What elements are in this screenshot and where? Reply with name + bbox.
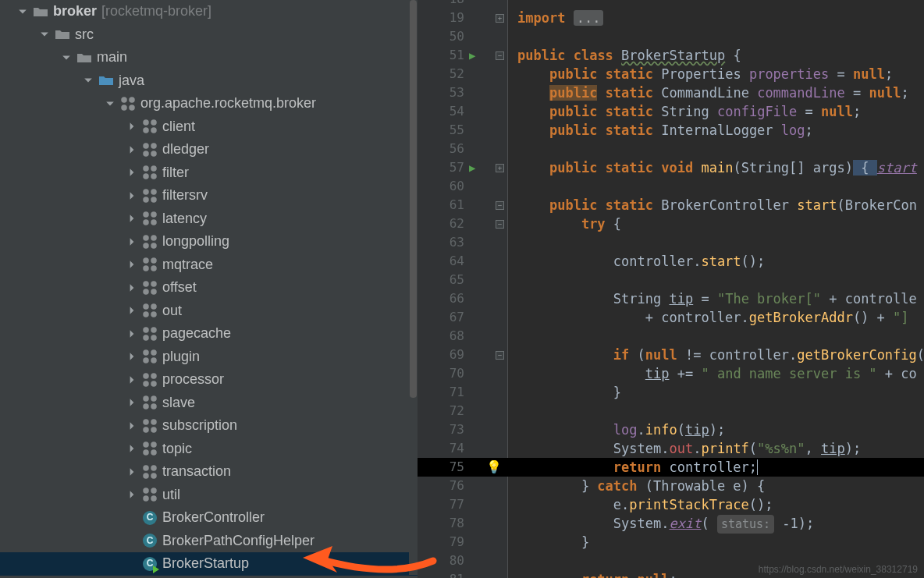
chevron-down-icon[interactable] [39, 29, 50, 40]
code-text[interactable]: + controller.getBrokerAddr() + "] [517, 308, 909, 327]
code-line-78[interactable]: 78 System.exit( status: -1); [418, 514, 924, 533]
chevron-right-icon[interactable] [126, 374, 137, 385]
code-line-51[interactable]: 51▶−public class BrokerStartup { [418, 46, 924, 65]
tree-src-node[interactable]: src [0, 23, 418, 47]
chevron-right-icon[interactable] [126, 351, 137, 362]
code-text[interactable]: } [517, 533, 589, 551]
code-line-60[interactable]: 60 [418, 177, 924, 196]
code-line-54[interactable]: 54 public static String configFile = nul… [418, 102, 924, 121]
run-gutter-icon[interactable]: ▶ [469, 46, 475, 65]
tree-folder-subscription[interactable]: subscription [0, 414, 418, 438]
tree-main-node[interactable]: main [0, 46, 418, 69]
code-line-64[interactable]: 64 controller.start(); [418, 252, 924, 271]
tree-class-BrokerStartup[interactable]: CBrokerStartup [0, 552, 418, 576]
tree-scrollbar[interactable] [409, 0, 418, 575]
code-text[interactable]: log.info(tip); [517, 420, 725, 439]
code-line-65[interactable]: 65 [418, 271, 924, 289]
tree-folder-client[interactable]: client [0, 115, 418, 139]
code-line-57[interactable]: 57▶+ public static void main(String[] ar… [418, 158, 924, 177]
fold-toggle-icon[interactable]: − [496, 201, 504, 210]
code-line-75[interactable]: 75💡 return controller; [418, 458, 924, 477]
code-line-66[interactable]: 66 String tip = "The broker[" + controll… [418, 289, 924, 308]
chevron-right-icon[interactable] [126, 144, 137, 155]
code-text[interactable]: tip += " and name server is " + co [517, 364, 917, 383]
run-gutter-icon[interactable]: ▶ [469, 158, 475, 177]
intention-bulb-icon[interactable]: 💡 [486, 458, 502, 477]
chevron-down-icon[interactable] [105, 98, 116, 109]
tree-folder-slave[interactable]: slave [0, 392, 418, 415]
tree-module-node[interactable]: broker [rocketmq-broker] [0, 0, 418, 23]
code-line-68[interactable]: 68 [418, 327, 924, 346]
code-text[interactable]: public static String configFile = null; [517, 102, 861, 121]
code-text[interactable]: if (null != controller.getBrokerConfig( [517, 346, 924, 364]
code-line-73[interactable]: 73 log.info(tip); [418, 420, 924, 439]
chevron-right-icon[interactable] [126, 190, 137, 201]
chevron-right-icon[interactable] [126, 236, 137, 247]
tree-folder-plugin[interactable]: plugin [0, 346, 418, 369]
code-line-63[interactable]: 63 [418, 233, 924, 252]
chevron-right-icon[interactable] [126, 213, 137, 224]
code-text[interactable]: public class BrokerStartup { [517, 46, 741, 65]
tree-folder-dledger[interactable]: dledger [0, 138, 418, 161]
tree-package-node[interactable]: org.apache.rocketmq.broker [0, 92, 418, 115]
tree-class-BrokerPathConfigHelper[interactable]: CBrokerPathConfigHelper [0, 530, 418, 553]
tree-class-BrokerController[interactable]: CBrokerController [0, 506, 418, 530]
code-line-74[interactable]: 74 System.out.printf("%s%n", tip); [418, 439, 924, 458]
code-line-79[interactable]: 79 } [418, 533, 924, 551]
code-line-19[interactable]: 19+import ... [418, 9, 924, 27]
code-line-67[interactable]: 67 + controller.getBrokerAddr() + "] [418, 308, 924, 327]
chevron-right-icon[interactable] [126, 489, 137, 500]
fold-toggle-icon[interactable]: + [496, 164, 504, 172]
code-text[interactable]: public static InternalLogger log; [517, 121, 813, 140]
code-text[interactable]: return null; [517, 570, 677, 578]
chevron-right-icon[interactable] [126, 121, 137, 132]
code-line-76[interactable]: 76 } catch (Throwable e) { [418, 477, 924, 495]
tree-folder-transaction[interactable]: transaction [0, 460, 418, 484]
tree-resources-node[interactable]: resources [0, 576, 418, 579]
code-text[interactable]: } catch (Throwable e) { [517, 477, 765, 495]
code-line-62[interactable]: 62− try { [418, 215, 924, 233]
code-line-53[interactable]: 53 public static CommandLine commandLine… [418, 83, 924, 102]
chevron-right-icon[interactable] [126, 466, 137, 477]
tree-folder-out[interactable]: out [0, 300, 418, 323]
code-line-52[interactable]: 52 public static Properties properties =… [418, 65, 924, 83]
chevron-right-icon[interactable] [126, 305, 137, 316]
scrollbar-thumb[interactable] [410, 0, 417, 398]
code-text[interactable]: controller.start(); [517, 252, 765, 271]
code-line-70[interactable]: 70 tip += " and name server is " + co [418, 364, 924, 383]
chevron-right-icon[interactable] [126, 328, 137, 339]
chevron-right-icon[interactable] [126, 397, 137, 408]
code-text[interactable]: System.out.printf("%s%n", tip); [517, 439, 861, 458]
code-text[interactable]: public static Properties properties = nu… [517, 65, 893, 83]
tree-folder-filtersrv[interactable]: filtersrv [0, 184, 418, 207]
tree-folder-latency[interactable]: latency [0, 207, 418, 231]
code-line-77[interactable]: 77 e.printStackTrace(); [418, 495, 924, 514]
code-line-72[interactable]: 72 [418, 402, 924, 420]
project-tree[interactable]: broker [rocketmq-broker] src main java [0, 0, 418, 578]
code-text[interactable]: String tip = "The broker[" + controlle [517, 289, 917, 308]
code-text[interactable]: public static BrokerController start(Bro… [517, 196, 917, 215]
fold-toggle-icon[interactable]: + [496, 14, 504, 23]
fold-toggle-icon[interactable]: − [496, 51, 504, 60]
code-text[interactable]: return controller; [517, 458, 758, 477]
fold-toggle-icon[interactable]: − [496, 220, 504, 229]
code-line-71[interactable]: 71 } [418, 383, 924, 402]
chevron-down-icon[interactable] [61, 52, 72, 63]
code-line-56[interactable]: 56 [418, 140, 924, 158]
chevron-down-icon[interactable] [17, 6, 28, 17]
fold-toggle-icon[interactable]: − [496, 351, 504, 360]
tree-folder-util[interactable]: util [0, 484, 418, 507]
chevron-right-icon[interactable] [126, 420, 137, 431]
code-line-50[interactable]: 50 [418, 27, 924, 46]
tree-folder-longpolling[interactable]: longpolling [0, 230, 418, 254]
tree-folder-offset[interactable]: offset [0, 276, 418, 300]
code-text[interactable]: System.exit( status: -1); [517, 514, 814, 534]
code-text[interactable]: public static void main(String[] args) {… [517, 158, 917, 177]
chevron-right-icon[interactable] [126, 282, 137, 293]
tree-folder-filter[interactable]: filter [0, 161, 418, 185]
chevron-right-icon[interactable] [126, 259, 137, 270]
chevron-down-icon[interactable] [83, 75, 94, 86]
tree-folder-processor[interactable]: processor [0, 368, 418, 392]
code-editor[interactable]: 1819+import ...5051▶−public class Broker… [418, 0, 924, 578]
code-area[interactable]: 1819+import ...5051▶−public class Broker… [418, 0, 924, 578]
